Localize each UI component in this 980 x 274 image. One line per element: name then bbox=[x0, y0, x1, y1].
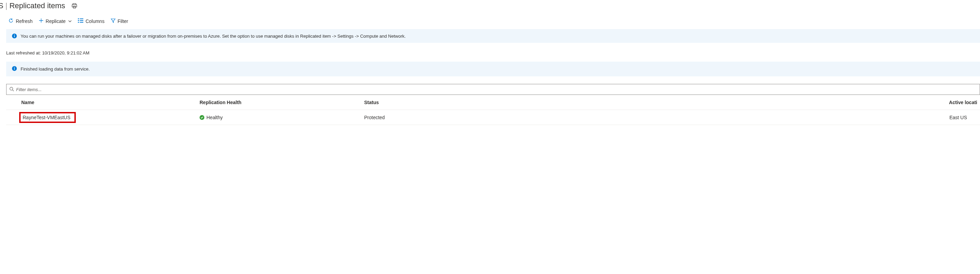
col-name[interactable]: Name bbox=[21, 100, 200, 105]
refresh-button[interactable]: Refresh bbox=[8, 18, 33, 24]
svg-point-11 bbox=[14, 35, 15, 35]
replicate-label: Replicate bbox=[46, 19, 65, 24]
title-divider: | bbox=[5, 2, 8, 10]
svg-rect-7 bbox=[80, 20, 83, 21]
refresh-icon bbox=[8, 18, 14, 24]
table-header: Name Replication Health Status Active lo… bbox=[6, 95, 980, 110]
replicate-button[interactable]: Replicate bbox=[39, 18, 72, 24]
filter-label: Filter bbox=[118, 19, 128, 24]
table-row[interactable]: RayneTest-VMEastUS Healthy Protected Eas… bbox=[6, 110, 980, 125]
svg-rect-4 bbox=[78, 20, 79, 21]
chevron-down-icon bbox=[68, 19, 72, 24]
info-text: You can run your machines on managed dis… bbox=[21, 33, 406, 39]
info-icon bbox=[12, 33, 17, 39]
page-title: Replicated items bbox=[9, 2, 65, 10]
svg-rect-8 bbox=[80, 22, 83, 22]
filter-input[interactable] bbox=[16, 87, 977, 92]
col-status[interactable]: Status bbox=[364, 100, 519, 105]
status-banner: Finished loading data from service. bbox=[6, 62, 980, 76]
status-value: Protected bbox=[364, 115, 519, 120]
location-value: East US bbox=[519, 115, 977, 120]
filter-items-field[interactable] bbox=[6, 84, 980, 95]
svg-rect-13 bbox=[14, 68, 15, 70]
status-text: Finished loading data from service. bbox=[21, 67, 90, 71]
svg-rect-6 bbox=[80, 19, 83, 19]
info-icon bbox=[12, 66, 17, 72]
health-value: Healthy bbox=[207, 115, 223, 120]
info-banner: You can run your machines on managed dis… bbox=[6, 29, 980, 43]
svg-rect-1 bbox=[72, 5, 77, 7]
filter-icon bbox=[111, 18, 116, 24]
svg-rect-5 bbox=[78, 22, 79, 22]
success-icon bbox=[200, 115, 204, 120]
columns-label: Columns bbox=[85, 19, 104, 24]
refresh-label: Refresh bbox=[16, 19, 33, 24]
plus-icon bbox=[39, 18, 43, 24]
columns-button[interactable]: Columns bbox=[78, 18, 104, 24]
svg-point-15 bbox=[10, 87, 13, 90]
item-name-link[interactable]: RayneTest-VMEastUS bbox=[19, 112, 76, 123]
search-icon bbox=[9, 87, 14, 92]
print-icon[interactable] bbox=[71, 3, 78, 9]
svg-point-14 bbox=[14, 67, 15, 68]
svg-line-16 bbox=[12, 90, 14, 91]
svg-rect-10 bbox=[14, 36, 15, 37]
filter-button[interactable]: Filter bbox=[111, 18, 128, 24]
breadcrumb-context: stUS bbox=[0, 2, 3, 10]
last-refreshed: Last refreshed at: 10/19/2020, 9:21:02 A… bbox=[0, 43, 980, 62]
col-location[interactable]: Active locati bbox=[519, 100, 977, 105]
svg-rect-3 bbox=[78, 19, 79, 19]
col-health[interactable]: Replication Health bbox=[200, 100, 364, 105]
columns-icon bbox=[78, 18, 83, 24]
